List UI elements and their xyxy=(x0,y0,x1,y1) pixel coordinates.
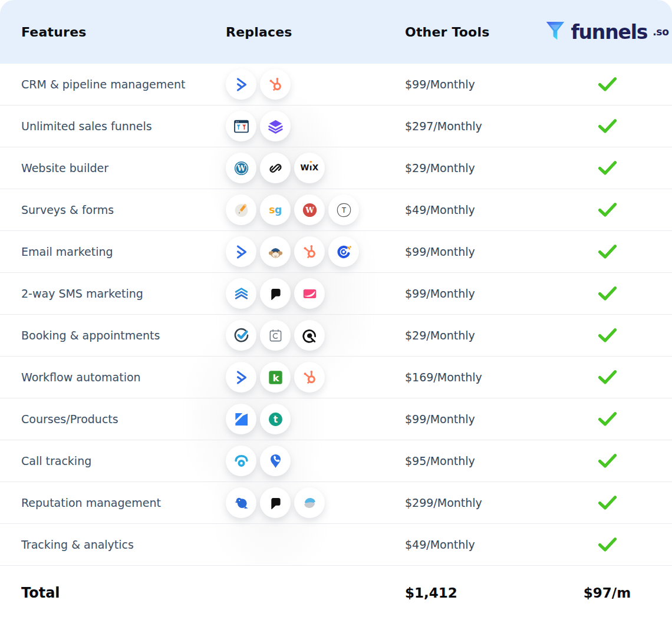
feature-label: Booking & appointments xyxy=(21,329,160,342)
table-row: Tracking & analytics $49/Monthly xyxy=(0,524,672,566)
other-tools-price: $99/Monthly xyxy=(405,413,475,426)
constant-contact-icon xyxy=(328,236,359,267)
check-icon xyxy=(598,328,617,343)
funnels-included-cell xyxy=(542,244,672,259)
funnels-included-cell xyxy=(542,118,672,134)
feature-cell: Tracking & analytics xyxy=(0,538,226,551)
replaces-tools xyxy=(226,320,405,351)
mailchimp-icon xyxy=(260,236,291,267)
check-icon xyxy=(598,202,617,217)
price-cell: $299/Monthly xyxy=(405,496,542,509)
funnels-included-cell xyxy=(542,495,672,510)
price-cell: $49/Monthly xyxy=(405,538,542,551)
podium-icon xyxy=(260,487,291,518)
table-row: Workflow automation k $169/Monthly xyxy=(0,357,672,398)
funnels-included-cell xyxy=(542,537,672,552)
price-cell: $99/Monthly xyxy=(405,245,542,258)
replaces-tools: WWıX xyxy=(226,153,405,183)
other-tools-total: $1,412 xyxy=(405,585,542,601)
feature-label: Call tracking xyxy=(21,454,91,467)
svg-text:T: T xyxy=(341,206,346,214)
feature-label: Workflow automation xyxy=(21,371,141,384)
funnels-included-cell xyxy=(542,328,672,343)
feature-cell: Call tracking xyxy=(0,454,226,467)
check-icon xyxy=(598,411,617,427)
feature-label: 2-way SMS marketing xyxy=(21,287,143,300)
funnels-included-cell xyxy=(542,77,672,92)
feature-label: CRM & pipeline management xyxy=(21,78,185,91)
calendly-icon xyxy=(260,320,291,351)
brand-wordmark: funnels xyxy=(571,21,647,44)
total-row: Total $1,412 $97/m xyxy=(0,566,672,620)
price-cell: $49/Monthly xyxy=(405,203,542,216)
price-cell: $99/Monthly xyxy=(405,287,542,300)
circle-check-booking-icon xyxy=(226,320,256,351)
check-icon xyxy=(598,286,617,301)
acuity-icon xyxy=(294,320,325,351)
brand-tld: .so xyxy=(653,26,668,38)
birdeye-icon xyxy=(226,487,256,518)
table-row: Courses/Products t $99/Monthly xyxy=(0,398,672,440)
pencil-form-icon xyxy=(226,194,256,225)
replaces-tools: t xyxy=(226,404,405,434)
phone-pin-icon xyxy=(260,446,291,476)
other-tools-price: $169/Monthly xyxy=(405,371,482,384)
feature-cell: Email marketing xyxy=(0,245,226,258)
activecampaign-icon xyxy=(226,236,256,267)
table-row: Website builder WWıX $29/Monthly xyxy=(0,147,672,189)
feature-cell: CRM & pipeline management xyxy=(0,78,226,91)
feature-cell: Courses/Products xyxy=(0,413,226,426)
feature-label: Courses/Products xyxy=(21,413,118,426)
replaces-tools xyxy=(226,487,405,518)
squarespace-icon xyxy=(260,153,291,183)
total-label: Total xyxy=(0,585,226,601)
svg-text:W: W xyxy=(305,206,314,215)
column-header-replaces: Replaces xyxy=(226,25,405,39)
funnels-included-cell xyxy=(542,160,672,176)
wufoo-icon: W xyxy=(294,194,325,225)
table-row: Surveys & forms sgWT $49/Monthly xyxy=(0,189,672,231)
svg-text:W: W xyxy=(236,164,246,173)
clickfunnels-icon xyxy=(226,111,256,141)
feature-cell: Surveys & forms xyxy=(0,203,226,216)
other-tools-price: $99/Monthly xyxy=(405,78,475,91)
funnels-included-cell xyxy=(542,202,672,217)
other-tools-price: $29/Monthly xyxy=(405,161,475,174)
column-header-features: Features xyxy=(0,25,226,39)
table-row: CRM & pipeline management $99/Monthly xyxy=(0,64,672,105)
other-tools-price: $99/Monthly xyxy=(405,287,475,300)
check-icon xyxy=(598,370,617,385)
price-cell: $29/Monthly xyxy=(405,161,542,174)
replaces-tools xyxy=(226,69,405,100)
check-icon xyxy=(598,77,617,92)
replaces-tools xyxy=(226,278,405,309)
replaces-tools: k xyxy=(226,362,405,393)
swell-icon xyxy=(294,487,325,518)
replaces-tools xyxy=(226,236,405,267)
podium-icon xyxy=(260,278,291,309)
wix-icon: WıX xyxy=(294,153,325,183)
funnels-included-cell xyxy=(542,370,672,385)
check-icon xyxy=(598,244,617,259)
other-tools-price: $297/Monthly xyxy=(405,120,482,133)
table-row: Unlimited sales funnels $297/Monthly xyxy=(0,105,672,147)
feature-label: Unlimited sales funnels xyxy=(21,120,152,133)
other-tools-price: $95/Monthly xyxy=(405,454,475,467)
check-icon xyxy=(598,160,617,176)
funnels-included-cell xyxy=(542,411,672,427)
leadpages-icon xyxy=(260,111,291,141)
svg-text:k: k xyxy=(272,372,279,383)
feature-label: Website builder xyxy=(21,161,108,174)
hubspot-icon xyxy=(294,236,325,267)
keap-icon: k xyxy=(260,362,291,393)
feature-label: Tracking & analytics xyxy=(21,538,134,551)
funnels-included-cell xyxy=(542,453,672,469)
feature-cell: Workflow automation xyxy=(0,371,226,384)
other-tools-price: $299/Monthly xyxy=(405,496,482,509)
replaces-tools xyxy=(226,111,405,141)
triple-chevron-sms-icon xyxy=(226,278,256,309)
check-icon xyxy=(598,495,617,510)
activecampaign-icon xyxy=(226,69,256,100)
wordpress-icon: W xyxy=(226,153,256,183)
check-icon xyxy=(598,118,617,134)
